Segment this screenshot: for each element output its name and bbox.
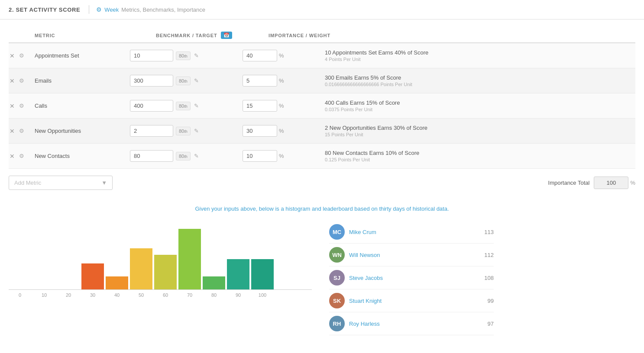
edit-icon-button[interactable]: ✎ — [193, 77, 200, 85]
total-input-wrap: % — [594, 176, 635, 189]
percentile-badge: 80th — [176, 152, 191, 160]
settings-button[interactable]: ⚙ — [18, 127, 25, 135]
leader-row: WN Will Newson 112 — [329, 244, 494, 266]
leader-name[interactable]: Roy Harless — [349, 321, 483, 327]
description-section: 80 New Contacts Earns 10% of Score 0.125… — [320, 150, 635, 162]
histogram-bar — [251, 259, 274, 289]
importance-input[interactable] — [243, 125, 277, 137]
nav-sub-text: Metrics, Benchmarks, Importance — [121, 6, 205, 13]
pct-label: % — [279, 52, 284, 59]
settings-button[interactable]: ⚙ — [18, 77, 25, 85]
leader-name[interactable]: Will Newson — [349, 252, 480, 258]
metric-name: New Contacts — [35, 153, 130, 159]
leader-row: RH Roy Harless 97 — [329, 312, 494, 335]
metric-row: ✕ ⚙ New Opportunities 80th ✎ % 2 New Opp… — [9, 119, 635, 144]
description-section: 2 New Opportunities Earns 30% of Score 1… — [320, 125, 635, 137]
add-metric-dropdown[interactable]: Add Metric ▼ — [9, 176, 113, 190]
edit-icon-button[interactable]: ✎ — [193, 152, 200, 160]
settings-button[interactable]: ⚙ — [18, 152, 25, 160]
x-axis-label: 100 — [251, 292, 274, 298]
remove-button[interactable]: ✕ — [9, 51, 16, 60]
x-axis-label: 40 — [106, 292, 128, 298]
pct-label: % — [279, 77, 284, 84]
benchmark-section: 80th ✎ — [130, 150, 243, 162]
description-section: 300 Emails Earns 5% of Score 0.016666666… — [320, 74, 635, 87]
leader-row: SJ Steve Jacobs 108 — [329, 266, 494, 289]
x-axis-label: 60 — [154, 292, 177, 298]
remove-button[interactable]: ✕ — [9, 152, 16, 160]
edit-icon-button[interactable]: ✎ — [193, 127, 200, 135]
importance-total-label: Importance Total — [548, 180, 590, 186]
histogram-bar — [106, 276, 128, 289]
benchmark-section: 80th ✎ — [130, 125, 243, 137]
metric-row: ✕ ⚙ Calls 80th ✎ % 400 Calls Earns 15% o… — [9, 93, 635, 119]
desc-sub: 15 Points Per Unit — [325, 132, 635, 137]
metric-row: ✕ ⚙ New Contacts 80th ✎ % 80 New Contact… — [9, 144, 635, 169]
header-divider — [89, 5, 89, 14]
main-content: Metric Benchmark / Target 📅 Importance /… — [0, 19, 644, 190]
importance-section: % — [243, 150, 320, 162]
benchmark-input[interactable] — [130, 150, 173, 162]
importance-total-input[interactable] — [594, 176, 628, 189]
table-headers: Metric Benchmark / Target 📅 Importance /… — [9, 28, 635, 43]
settings-button[interactable]: ⚙ — [18, 102, 25, 110]
settings-button[interactable]: ⚙ — [18, 51, 25, 60]
row-controls: ✕ ⚙ — [9, 102, 35, 110]
desc-main: 10 Appointments Set Earns 40% of Score — [325, 49, 635, 56]
importance-total-section: Importance Total % — [548, 176, 635, 189]
importance-input[interactable] — [243, 100, 277, 112]
metric-name: Appointments Set — [35, 52, 130, 59]
x-axis-label: 50 — [130, 292, 152, 298]
benchmark-input[interactable] — [130, 50, 173, 61]
importance-section: % — [243, 50, 320, 61]
x-axis-label: 0 — [9, 292, 31, 298]
desc-main: 2 New Opportunities Earns 30% of Score — [325, 125, 635, 131]
remove-button[interactable]: ✕ — [9, 102, 16, 110]
remove-button[interactable]: ✕ — [9, 77, 16, 85]
importance-section: % — [243, 75, 320, 87]
leader-name[interactable]: Steve Jacobs — [349, 275, 480, 281]
col-benchmark-header: Benchmark / Target 📅 — [156, 32, 269, 39]
histogram-bar — [203, 276, 225, 289]
calendar-button[interactable]: 📅 — [221, 32, 232, 39]
leader-name[interactable]: Stuart Knight — [349, 298, 483, 304]
pct-label: % — [279, 103, 284, 109]
remove-button[interactable]: ✕ — [9, 127, 16, 135]
header-nav: ⚙ Week Metrics, Benchmarks, Importance — [96, 6, 205, 13]
add-metric-placeholder: Add Metric — [14, 180, 41, 186]
col-importance-header: Importance / Weight — [269, 33, 346, 38]
x-axis-label: 90 — [227, 292, 249, 298]
leader-row: MC Mike Crum 113 — [329, 221, 494, 244]
metric-name: Calls — [35, 103, 130, 109]
histogram-bar — [178, 229, 201, 289]
importance-input[interactable] — [243, 150, 277, 162]
importance-input[interactable] — [243, 50, 277, 61]
row-controls: ✕ ⚙ — [9, 127, 35, 135]
desc-sub: 0.125 Points Per Unit — [325, 157, 635, 162]
benchmark-input[interactable] — [130, 75, 173, 87]
benchmark-input[interactable] — [130, 125, 173, 137]
page-header: 2. Set Activity Score ⚙ Week Metrics, Be… — [0, 0, 644, 19]
importance-section: % — [243, 125, 320, 137]
histogram-container: 0102030405060708090100 — [9, 221, 312, 335]
row-controls: ✕ ⚙ — [9, 51, 35, 60]
edit-icon-button[interactable]: ✎ — [193, 51, 200, 60]
description-section: 400 Calls Earns 15% of Score 0.0375 Poin… — [320, 99, 635, 112]
importance-input[interactable] — [243, 75, 277, 87]
metric-name: New Opportunities — [35, 128, 130, 134]
dropdown-chevron-icon: ▼ — [101, 180, 107, 186]
edit-icon-button[interactable]: ✎ — [193, 102, 200, 110]
week-nav-link[interactable]: Week — [104, 6, 119, 13]
leader-score: 108 — [484, 275, 494, 281]
add-total-row: Add Metric ▼ Importance Total % — [9, 176, 635, 190]
desc-sub: 0.0166666666666666666 Points Per Unit — [325, 82, 635, 87]
desc-sub: 4 Points Per Unit — [325, 57, 635, 62]
col-metric-header: Metric — [35, 33, 156, 38]
benchmark-input[interactable] — [130, 100, 173, 112]
percentile-badge: 80th — [176, 127, 191, 135]
leader-score: 113 — [484, 229, 494, 235]
pct-label: % — [279, 128, 284, 134]
pct-label: % — [279, 153, 284, 159]
description-section: 10 Appointments Set Earns 40% of Score 4… — [320, 49, 635, 62]
leader-name[interactable]: Mike Crum — [349, 229, 480, 235]
